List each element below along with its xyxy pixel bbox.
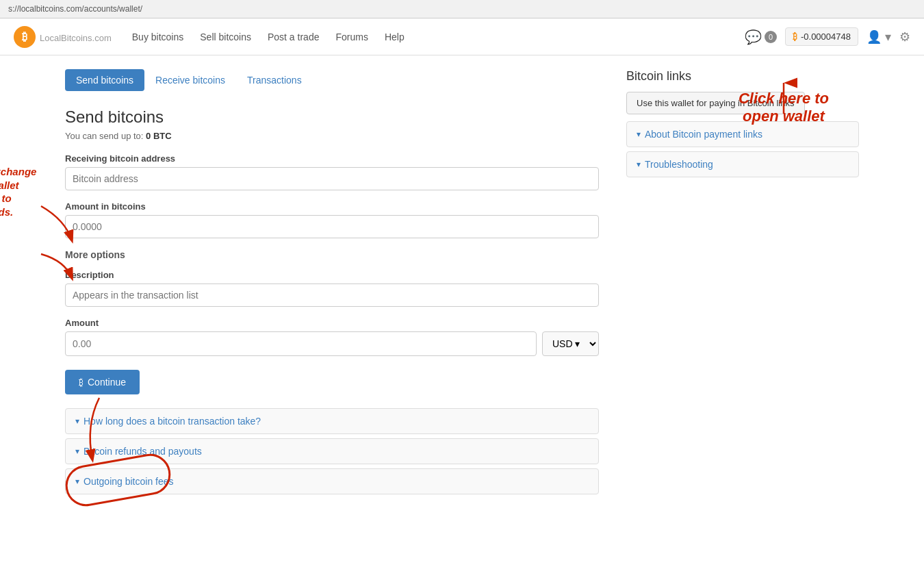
right-accordion-payment-links: ▾ About Bitcoin payment links [626,121,859,147]
accordion-label-3: Outgoing bitcoin fees [84,476,174,487]
amount-btc-label: Amount in bitcoins [65,201,599,212]
chat-badge: 0 [765,31,777,43]
send-limit: 0 BTC [146,131,172,141]
brand-link[interactable]: ₿ LocalBitcoins.com [14,26,112,48]
browser-url: s://localbitcoins.com/accounts/wallet/ [8,4,142,14]
description-group: Description [65,270,599,307]
right-column: Bitcoin links Use this wallet for paying… [626,69,859,499]
left-annotation-text: Enter your exchange address or wallet ad… [0,165,44,218]
tab-send-bitcoins[interactable]: Send bitcoins [65,69,144,91]
nav-forums[interactable]: Forums [335,32,368,42]
navbar-right: 💬 0 ₿ -0.00004748 👤 ▾ ⚙ [745,27,910,46]
right-accordion-payment-links-header[interactable]: ▾ About Bitcoin payment links [627,122,858,147]
tab-receive-bitcoins[interactable]: Receive bitcoins [144,69,236,91]
accordion-label-2: Bitcoin refunds and payouts [84,446,202,457]
tabs: Send bitcoins Receive bitcoins Transacti… [65,69,599,91]
right-accordion-troubleshooting: ▾ Troubleshooting [626,151,859,177]
address-input[interactable] [65,167,599,190]
accordion-fees: ▾ Outgoing bitcoin fees [65,468,599,494]
btc-symbol: ₿ [793,32,797,42]
bitcoin-links-button[interactable]: Use this wallet for paying in Bitcoin li… [626,92,805,114]
continue-label: Continue [88,377,126,388]
nav-post-trade[interactable]: Post a trade [268,32,320,42]
page-title: Send bitcoins [65,108,599,127]
btc-btn-icon: ₿ [79,377,84,388]
more-options-label: More options [65,249,599,260]
amount-fiat-group: Amount USD ▾ EUR GBP [65,318,599,356]
currency-select[interactable]: USD ▾ EUR GBP [542,331,599,356]
right-accordion-troubleshooting-header[interactable]: ▾ Troubleshooting [627,152,858,177]
accordion-arrow-1: ▾ [75,416,79,426]
description-input[interactable] [65,284,599,307]
chat-icon[interactable]: 💬 0 [745,29,777,45]
amount-fiat-label: Amount [65,318,599,328]
balance-value: -0.00004748 [801,32,851,42]
user-icon[interactable]: 👤 ▾ [867,29,891,45]
amount-fiat-input[interactable] [65,331,537,356]
brand-name: LocalBitcoins.com [40,29,112,45]
right-panel-title: Bitcoin links [626,69,859,84]
browser-bar: s://localbitcoins.com/accounts/wallet/ [0,0,924,18]
accordion-transaction-time-header[interactable]: ▾ How long does a bitcoin transaction ta… [66,409,598,433]
description-label: Description [65,270,599,280]
address-label: Receiving bitcoin address [65,153,599,164]
nav-buy-bitcoins[interactable]: Buy bitcoins [132,32,183,42]
accordion-refunds-header[interactable]: ▾ Bitcoin refunds and payouts [66,439,598,464]
tab-transactions[interactable]: Transactions [236,69,313,91]
address-group: Receiving bitcoin address [65,153,599,190]
accordion-fees-header[interactable]: ▾ Outgoing bitcoin fees [66,469,598,494]
brand-icon: ₿ [14,26,36,48]
accordion-arrow-3: ▾ [75,477,79,486]
nav-sell-bitcoins[interactable]: Sell bitcoins [200,32,251,42]
nav-help[interactable]: Help [385,32,405,42]
amount-btc-input[interactable] [65,215,599,238]
balance-badge: ₿ -0.00004748 [785,27,858,46]
page-wrapper: Send bitcoins Receive bitcoins Transacti… [51,55,873,512]
accordion-refunds: ▾ Bitcoin refunds and payouts [65,438,599,464]
right-accordion-label-1: About Bitcoin payment links [645,129,762,140]
amount-btc-group: Amount in bitcoins [65,201,599,238]
accordion-transaction-time: ▾ How long does a bitcoin transaction ta… [65,408,599,434]
navbar: ₿ LocalBitcoins.com Buy bitcoins Sell bi… [0,18,924,55]
settings-icon[interactable]: ⚙ [899,29,910,45]
subtitle: You can send up to: 0 BTC [65,131,599,141]
amount-row: USD ▾ EUR GBP [65,331,599,356]
continue-button[interactable]: ₿ Continue [65,370,140,394]
right-accordion-arrow-1: ▾ [637,129,641,139]
accordion-label-1: How long does a bitcoin transaction take… [84,416,261,427]
right-accordion-label-2: Troubleshooting [645,159,713,170]
nav-links: Buy bitcoins Sell bitcoins Post a trade … [132,32,745,42]
accordion-arrow-2: ▾ [75,446,79,456]
left-column: Send bitcoins Receive bitcoins Transacti… [65,69,599,499]
right-accordion-arrow-2: ▾ [637,160,641,169]
